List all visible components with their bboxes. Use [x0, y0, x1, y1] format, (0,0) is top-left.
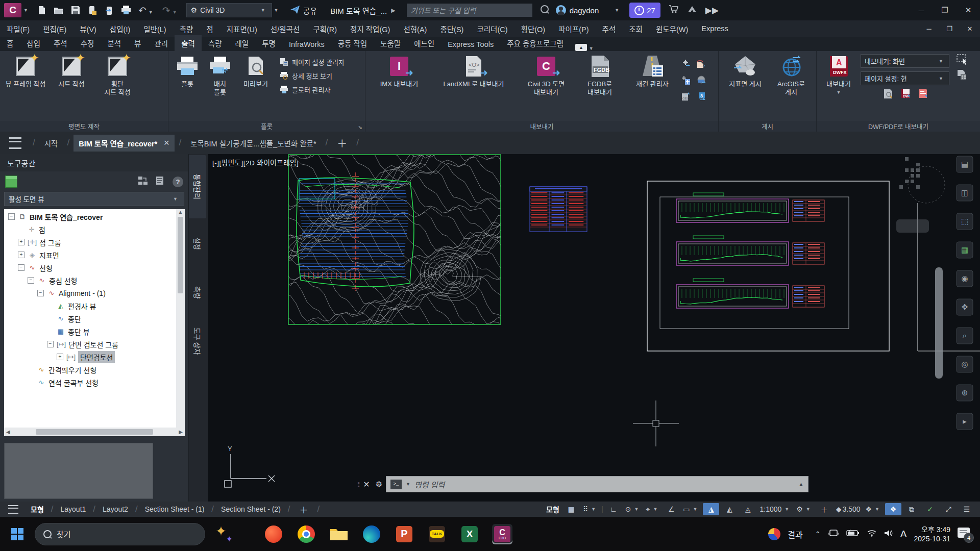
ribbon-tab-분석[interactable]: 분석 — [101, 35, 128, 51]
export-civil3d-drawing-button[interactable]: C➜ Civil 3D 도면 내보내기 — [518, 54, 575, 105]
menu-item-12[interactable]: 종단(S) — [433, 23, 470, 34]
annotation-visibility-icon[interactable]: ◮ — [703, 503, 719, 515]
app-file-explorer[interactable] — [329, 524, 349, 544]
document-title[interactable]: BIM 토목 연습_...▶ — [330, 5, 396, 16]
export-multiple-points-icon[interactable] — [681, 76, 690, 85]
tree-item-11[interactable]: +[↦]단면검토선 — [4, 350, 176, 363]
layout-tab-Layout1[interactable]: Layout1 — [58, 505, 89, 513]
export-dwfx-button[interactable]: ADWFX 내보내기 ▼ — [817, 54, 861, 98]
toolbar-overflow-icon[interactable]: ▶▶ — [705, 5, 719, 16]
tree-item-1[interactable]: ✛점 — [4, 223, 176, 236]
new-layout-button[interactable]: ＋ — [300, 503, 308, 516]
layout-menu-icon[interactable] — [8, 505, 18, 514]
doc-restore-button[interactable]: ❐ — [939, 20, 960, 37]
cast-icon[interactable] — [828, 529, 839, 540]
tree-item-7[interactable]: ◭편경사 뷰 — [4, 299, 176, 312]
account-menu[interactable]: dagydon ▼ — [556, 5, 621, 15]
clean-screen-icon[interactable]: ⤢ — [940, 503, 957, 515]
dwf-options-icon[interactable]: DWF — [900, 89, 910, 98]
ribbon-tab-수정[interactable]: 수정 — [74, 35, 101, 51]
elevation-icon[interactable]: ◆ 3.500 — [835, 503, 862, 515]
tree-item-2[interactable]: +[✛]점 그룹 — [4, 236, 176, 248]
layout-tab-Section Sheet - (1)[interactable]: Section Sheet - (1) — [142, 505, 208, 513]
menu-item-8[interactable]: 선/원곡선 — [264, 23, 306, 34]
drawing-tabs-menu-icon[interactable] — [9, 137, 21, 149]
menu-item-16[interactable]: 주석 — [596, 23, 623, 34]
app-menu-button[interactable]: C — [4, 3, 21, 17]
command-recent-caret-icon[interactable]: ▼ — [406, 482, 410, 487]
trial-timer-badge[interactable]: 27 — [629, 3, 660, 18]
canvas-scrollbar[interactable] — [935, 267, 943, 379]
hardware-accel-icon[interactable]: ✓ — [922, 503, 938, 515]
ribbon-collapse-icon[interactable]: ▲ — [575, 44, 587, 51]
wifi-icon[interactable] — [867, 529, 877, 539]
menu-item-7[interactable]: 지표면(U) — [220, 23, 264, 34]
export-hydraflow-icon[interactable] — [696, 76, 705, 85]
publish-surface-button[interactable]: 지표면 게시 — [722, 54, 769, 96]
tab-active-drawing[interactable]: BIM 토목 연습_recover* ✕ — [74, 135, 175, 152]
tree-item-3[interactable]: +◈지표면 — [4, 248, 176, 261]
customization-menu-icon[interactable]: ☰ — [959, 503, 975, 515]
command-expand-icon[interactable]: ▲ — [798, 481, 804, 487]
ribbon-tab-공동 작업[interactable]: 공동 작업 — [331, 35, 374, 51]
ribbon-tab-관리[interactable]: 관리 — [148, 35, 175, 51]
app-menu-caret-icon[interactable]: ▼ — [23, 8, 28, 13]
toolspace-tab-도구 상자[interactable]: 도구 상자 — [189, 317, 206, 365]
export-geo-icon[interactable]: GEO — [681, 92, 690, 101]
export-target-dropdown[interactable]: 내보내기: 화면▼ — [861, 54, 949, 68]
command-input[interactable]: >_ ▼ 명령 입력 ▲ — [386, 476, 808, 492]
menu-item-9[interactable]: 구획(R) — [306, 23, 344, 34]
menu-item-15[interactable]: 파이프(P) — [552, 23, 595, 34]
app-civil3d[interactable]: CC3D — [492, 524, 512, 544]
layout-tab-Layout2[interactable]: Layout2 — [100, 505, 131, 513]
annotation-scale-value[interactable]: 1:1000 ▼ — [758, 503, 793, 515]
tree-expander-icon[interactable]: + — [18, 252, 24, 258]
report-icon[interactable] — [155, 176, 165, 187]
ribbon-tab-홈[interactable]: 홈 — [0, 35, 20, 51]
save-icon[interactable] — [71, 6, 80, 15]
selection-cycling-icon[interactable]: ▭ ▼ — [681, 503, 701, 515]
viewport-controls-label[interactable]: [-][평면도][2D 와이어프레임] — [212, 157, 299, 167]
create-view-frames-button[interactable]: ✦ 뷰 프레임 작성 — [3, 54, 48, 96]
plot-icon[interactable] — [121, 6, 131, 15]
taskbar-search[interactable]: 찾기 — [35, 523, 205, 545]
rehab-manager-button[interactable]: 재건 관리자 — [625, 54, 680, 105]
model-space-canvas[interactable]: ▤◫⬚▦◉✥⌕◎⊕▸Y [-][평면도][2D 와이어프레임] — [208, 154, 980, 502]
tree-expander-icon[interactable]: + — [57, 354, 63, 360]
notification-center[interactable]: 4 — [958, 528, 973, 541]
export-window-icon[interactable] — [957, 55, 966, 64]
toolspace-tab-측량[interactable]: 측량 — [189, 268, 206, 316]
page-setup-dropdown[interactable]: 페이지 설정: 현▼ — [861, 71, 949, 85]
tab-drawing-2[interactable]: 토목BIM 실기공개문...샘플_도면화 완료* — [185, 135, 321, 152]
menu-item-11[interactable]: 선형(A) — [397, 23, 433, 34]
tree-expander-icon[interactable]: − — [47, 341, 54, 347]
close-button[interactable]: ✕ — [957, 0, 980, 20]
export-imx-button[interactable]: I➜ IMX 내보내기 — [369, 54, 430, 105]
share-view-icon[interactable] — [105, 6, 114, 15]
export-landxml-button[interactable]: <O>➜ LandXML로 내보내기 — [431, 54, 517, 105]
tree-vertical-scrollbar[interactable]: ▲ — [176, 209, 185, 428]
pdf-options-icon[interactable] — [918, 89, 927, 98]
menu-item-1[interactable]: 편집(E) — [36, 23, 73, 34]
volume-icon[interactable] — [884, 529, 893, 539]
ribbon-tab-투명[interactable]: 투명 — [255, 35, 282, 51]
app-chrome[interactable] — [296, 524, 316, 544]
search-icon[interactable] — [541, 5, 549, 16]
open-folder-icon[interactable] — [54, 6, 64, 15]
close-tab-icon[interactable]: ✕ — [163, 139, 169, 147]
snap-toggle-icon[interactable]: ⠿ ▼ — [581, 503, 599, 515]
ribbon-tab-뷰[interactable]: 뷰 — [128, 35, 148, 51]
menu-item-17[interactable]: 조회 — [622, 23, 649, 34]
tree-item-6[interactable]: −∿Alignment - (1) — [4, 287, 176, 299]
data-shortcuts-icon[interactable] — [138, 176, 148, 187]
workspace-dropdown[interactable]: ⚙ Civil 3D ▼ — [186, 3, 272, 17]
app-powerpoint[interactable]: P — [394, 524, 414, 544]
save-as-icon[interactable] — [87, 6, 97, 15]
ribbon-tab-출력[interactable]: 출력 — [175, 35, 202, 51]
app-browser[interactable] — [263, 524, 284, 544]
new-file-icon[interactable] — [37, 6, 46, 15]
menu-item-5[interactable]: 측량 — [173, 23, 200, 34]
menu-item-3[interactable]: 삽입(I) — [103, 23, 137, 34]
autoscale-annotation-icon[interactable]: ◭ — [721, 503, 738, 515]
news-widget-icon[interactable] — [768, 528, 780, 540]
